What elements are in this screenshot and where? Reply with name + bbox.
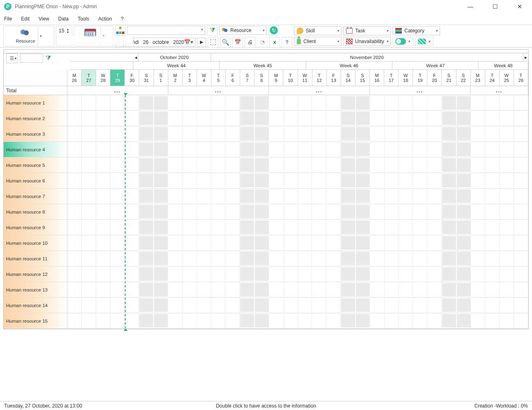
- grid-cell[interactable]: [284, 142, 298, 157]
- grid-cell[interactable]: [457, 236, 471, 250]
- grid-cell[interactable]: [399, 189, 413, 204]
- grid-cell[interactable]: [442, 252, 456, 265]
- grid-cell[interactable]: [154, 174, 168, 187]
- grid-cell[interactable]: [110, 95, 125, 110]
- grid-cell[interactable]: [197, 251, 211, 266]
- grid-cell[interactable]: [413, 204, 427, 219]
- grid-cell[interactable]: [341, 174, 355, 187]
- resource-row[interactable]: Human resource 7: [4, 189, 528, 204]
- grid-cell[interactable]: [413, 282, 427, 297]
- grid-cell[interactable]: [139, 283, 153, 296]
- grid-cell[interactable]: [240, 283, 254, 296]
- grid-cell[interactable]: [485, 142, 500, 157]
- grid-cell[interactable]: [269, 142, 284, 157]
- grid-cell[interactable]: [514, 266, 528, 282]
- resource-row[interactable]: Human resource 3: [4, 126, 528, 142]
- grid-cell[interactable]: [197, 220, 211, 235]
- grid-cell[interactable]: [326, 251, 341, 266]
- grid-cell[interactable]: [154, 158, 168, 172]
- grid-cell[interactable]: [168, 204, 183, 219]
- grid-cell[interactable]: [356, 112, 370, 125]
- grid-cell[interactable]: [211, 95, 225, 110]
- menu-item-data[interactable]: Data: [58, 16, 69, 22]
- grid-cell[interactable]: [312, 142, 326, 157]
- toggle-availability-view[interactable]: ▾: [392, 37, 413, 46]
- grid-cell[interactable]: [500, 95, 514, 110]
- grid-cell[interactable]: [284, 251, 298, 266]
- grid-cell[interactable]: [457, 314, 471, 328]
- menu-item-edit[interactable]: Edit: [21, 16, 30, 22]
- grid-cell[interactable]: [255, 267, 269, 281]
- menu-item-view[interactable]: View: [39, 16, 49, 22]
- grid-cell[interactable]: [139, 236, 153, 250]
- resource-name-cell[interactable]: Human resource 1: [4, 95, 67, 110]
- resource-row[interactable]: Human resource 15: [4, 313, 528, 329]
- grid-cell[interactable]: [326, 126, 341, 141]
- grid-cell[interactable]: [211, 220, 225, 235]
- grid-cell[interactable]: [154, 236, 168, 250]
- grid-cell[interactable]: [240, 127, 254, 141]
- excel-export-button[interactable]: x: [269, 37, 280, 48]
- grid-cell[interactable]: [298, 204, 312, 219]
- day-header[interactable]: T24: [485, 70, 500, 86]
- resource-name-cell[interactable]: Human resource 5: [4, 157, 67, 173]
- grid-cell[interactable]: [110, 142, 125, 157]
- grid-cell[interactable]: [110, 266, 125, 282]
- grid-cell[interactable]: [457, 267, 471, 281]
- grid-cell[interactable]: [442, 221, 456, 234]
- minimize-button[interactable]: —: [462, 1, 479, 12]
- grid-cell[interactable]: [500, 189, 514, 204]
- grid-cell[interactable]: [96, 235, 110, 251]
- grid-cell[interactable]: [312, 235, 326, 251]
- resource-name-cell[interactable]: Human resource 14: [4, 298, 67, 313]
- grid-cell[interactable]: [298, 173, 312, 188]
- grid-cell[interactable]: [500, 173, 514, 188]
- grid-cell[interactable]: [356, 205, 370, 219]
- grid-cell[interactable]: [67, 282, 82, 297]
- grid-cell[interactable]: [457, 283, 471, 296]
- grid-cell[interactable]: [298, 142, 312, 157]
- resource-name-cell[interactable]: Human resource 13: [4, 282, 67, 297]
- grid-cell[interactable]: [514, 204, 528, 219]
- day-header[interactable]: S15: [355, 70, 370, 86]
- grid-cell[interactable]: [471, 204, 486, 219]
- grid-cell[interactable]: [225, 266, 240, 282]
- grid-cell[interactable]: [284, 282, 298, 297]
- grid-cell[interactable]: [514, 95, 528, 110]
- grid-cell[interactable]: [500, 204, 514, 219]
- grid-cell[interactable]: [154, 221, 168, 234]
- grid-cell[interactable]: [240, 189, 254, 203]
- grid-cell[interactable]: [385, 204, 399, 219]
- grid-cell[interactable]: [442, 112, 456, 125]
- grid-cell[interactable]: [82, 157, 96, 173]
- grid-cell[interactable]: [485, 157, 500, 173]
- selection-tool-button[interactable]: [208, 37, 218, 48]
- grid-cell[interactable]: [110, 173, 125, 188]
- grid-cell[interactable]: [154, 205, 168, 219]
- grid-cell[interactable]: [399, 173, 413, 188]
- grid-cell[interactable]: [183, 235, 197, 251]
- grid-cell[interactable]: [370, 95, 385, 110]
- grid-cell[interactable]: [168, 126, 183, 141]
- category-dropdown[interactable]: Category▾: [392, 26, 440, 35]
- grid-cell[interactable]: [298, 235, 312, 251]
- day-header[interactable]: T10: [283, 70, 298, 86]
- skill-dropdown[interactable]: Skill▾: [294, 26, 342, 35]
- resource-name-cell[interactable]: Human resource 9: [4, 220, 67, 235]
- grid-cell[interactable]: [197, 204, 211, 219]
- grid-cell[interactable]: [211, 298, 225, 313]
- grid-cell[interactable]: [385, 220, 399, 235]
- grid-cell[interactable]: [67, 313, 82, 328]
- grid-cell[interactable]: [413, 95, 427, 110]
- grid-cell[interactable]: [427, 204, 442, 219]
- resource-name-cell[interactable]: Human resource 4: [4, 142, 67, 157]
- grid-cell[interactable]: [514, 111, 528, 126]
- grid-cell[interactable]: [399, 111, 413, 126]
- grid-cell[interactable]: [298, 298, 312, 313]
- grid-cell[interactable]: [183, 251, 197, 266]
- grid-cell[interactable]: [370, 157, 385, 173]
- grid-cell[interactable]: [96, 251, 110, 266]
- grid-cell[interactable]: [485, 220, 500, 235]
- grid-cell[interactable]: [211, 142, 225, 157]
- grid-cell[interactable]: [326, 266, 341, 282]
